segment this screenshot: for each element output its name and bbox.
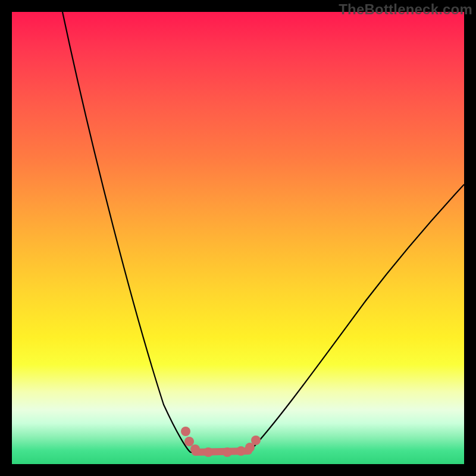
- valley-marker-dot: [251, 436, 261, 445]
- valley-marker-dot: [223, 447, 232, 457]
- valley-marker-dot: [236, 446, 246, 456]
- valley-marker-dot: [181, 427, 190, 436]
- bottleneck-curve-svg: [12, 12, 464, 464]
- bottleneck-curve: [62, 12, 464, 453]
- valley-marker-dot: [190, 444, 200, 454]
- valley-marker-dot: [203, 447, 213, 457]
- valley-marker-dot: [184, 437, 194, 446]
- chart-frame: [12, 12, 464, 464]
- watermark-text: TheBottleneck.com: [339, 1, 472, 18]
